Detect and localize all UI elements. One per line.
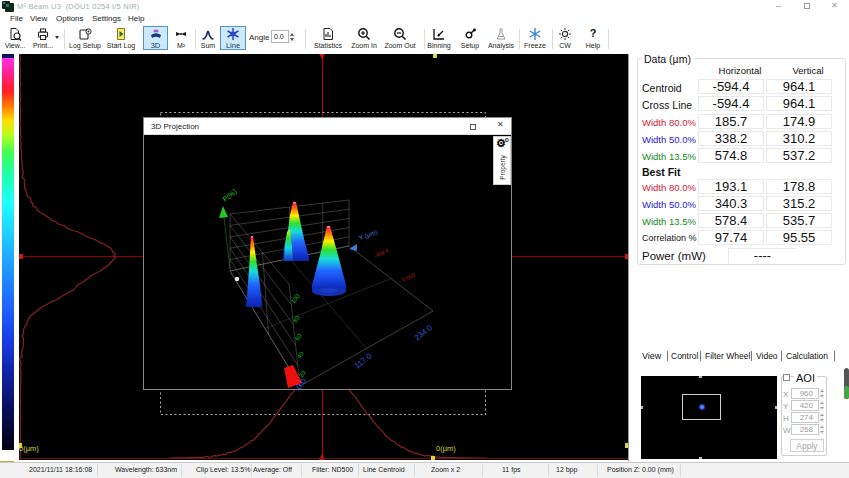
svg-text:0(µm): 0(µm) [19,444,39,453]
svg-text:0(µm): 0(µm) [436,444,456,453]
svg-text:40: 40 [296,350,305,359]
svg-text:80: 80 [292,314,301,323]
svg-text:234.0: 234.0 [413,323,435,343]
svg-text:-404.4: -404.4 [373,247,390,259]
svg-text:117.0: 117.0 [353,351,374,370]
svg-text:60: 60 [294,332,303,341]
svg-text:Y (µm): Y (µm) [358,228,379,242]
svg-text:0.000: 0.000 [401,272,416,283]
svg-text:100: 100 [290,293,301,305]
svg-text:20: 20 [298,369,307,378]
svg-text:P(%): P(%) [221,188,238,204]
